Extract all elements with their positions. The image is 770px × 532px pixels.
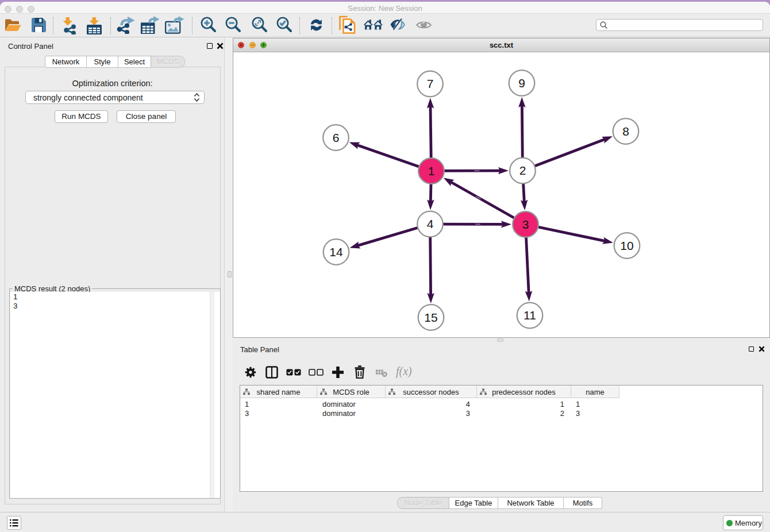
svg-text:3: 3 bbox=[522, 218, 529, 231]
svg-text:1: 1 bbox=[428, 164, 435, 178]
svg-text:4: 4 bbox=[427, 217, 434, 230]
svg-text:14: 14 bbox=[329, 245, 343, 259]
svg-text:11: 11 bbox=[523, 309, 536, 322]
svg-text:6: 6 bbox=[333, 131, 340, 144]
svg-text:8: 8 bbox=[622, 125, 629, 138]
svg-text:15: 15 bbox=[424, 311, 437, 324]
svg-text:2: 2 bbox=[519, 164, 526, 177]
svg-text:9: 9 bbox=[518, 76, 525, 90]
svg-text:7: 7 bbox=[427, 77, 434, 90]
svg-text:10: 10 bbox=[620, 239, 633, 252]
